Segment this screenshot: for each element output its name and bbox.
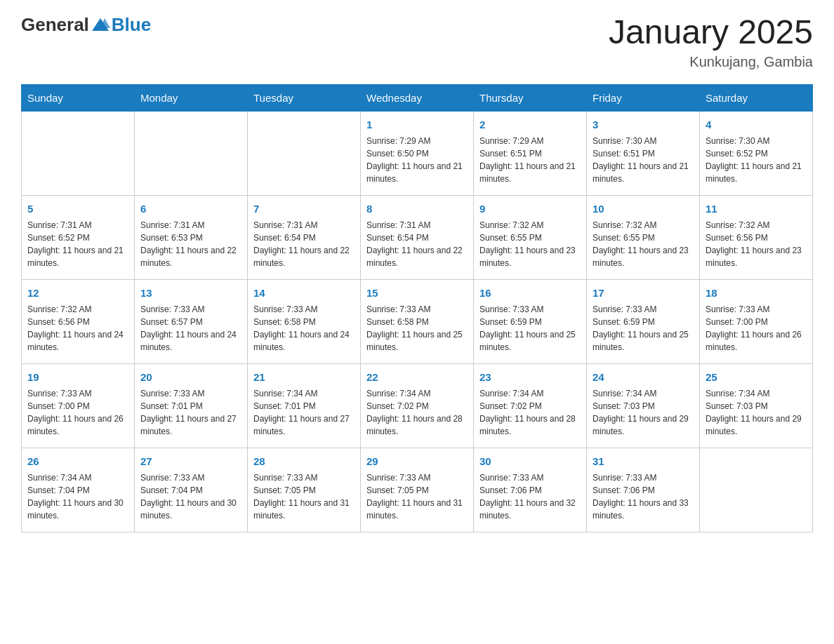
- day-number: 14: [253, 286, 355, 302]
- day-number: 29: [366, 454, 468, 470]
- day-number: 11: [706, 201, 807, 217]
- weekday-header-friday: Friday: [587, 84, 700, 111]
- calendar-cell: 24Sunrise: 7:34 AM Sunset: 7:03 PM Dayli…: [587, 363, 700, 448]
- calendar-cell: [135, 111, 248, 195]
- day-number: 6: [140, 201, 241, 217]
- day-number: 5: [27, 201, 128, 217]
- day-number: 17: [593, 286, 694, 302]
- calendar-cell: 3Sunrise: 7:30 AM Sunset: 6:51 PM Daylig…: [587, 111, 700, 195]
- day-info: Sunrise: 7:31 AM Sunset: 6:54 PM Dayligh…: [366, 219, 468, 269]
- calendar-cell: 11Sunrise: 7:32 AM Sunset: 6:56 PM Dayli…: [700, 195, 813, 279]
- calendar-cell: 31Sunrise: 7:33 AM Sunset: 7:06 PM Dayli…: [587, 448, 700, 532]
- day-info: Sunrise: 7:29 AM Sunset: 6:51 PM Dayligh…: [479, 135, 581, 185]
- day-info: Sunrise: 7:34 AM Sunset: 7:02 PM Dayligh…: [366, 387, 468, 438]
- calendar-cell: 23Sunrise: 7:34 AM Sunset: 7:02 PM Dayli…: [474, 363, 587, 448]
- calendar-cell: 26Sunrise: 7:34 AM Sunset: 7:04 PM Dayli…: [22, 448, 135, 532]
- day-number: 7: [253, 201, 355, 217]
- day-number: 22: [366, 370, 468, 386]
- day-info: Sunrise: 7:33 AM Sunset: 6:59 PM Dayligh…: [593, 303, 694, 354]
- logo-blue-text: Blue: [112, 14, 151, 36]
- day-info: Sunrise: 7:30 AM Sunset: 6:51 PM Dayligh…: [593, 135, 694, 185]
- page-header: General Blue January 2025 Kunkujang, Gam…: [21, 14, 813, 70]
- calendar-week-row: 19Sunrise: 7:33 AM Sunset: 7:00 PM Dayli…: [22, 363, 813, 448]
- day-info: Sunrise: 7:34 AM Sunset: 7:04 PM Dayligh…: [27, 471, 128, 522]
- calendar-cell: 25Sunrise: 7:34 AM Sunset: 7:03 PM Dayli…: [700, 363, 813, 448]
- day-number: 13: [140, 286, 241, 302]
- calendar-cell: 20Sunrise: 7:33 AM Sunset: 7:01 PM Dayli…: [135, 363, 248, 448]
- calendar-cell: 27Sunrise: 7:33 AM Sunset: 7:04 PM Dayli…: [135, 448, 248, 532]
- calendar-week-row: 26Sunrise: 7:34 AM Sunset: 7:04 PM Dayli…: [22, 448, 813, 532]
- day-info: Sunrise: 7:33 AM Sunset: 7:00 PM Dayligh…: [27, 387, 128, 438]
- logo-general-text: General: [21, 14, 89, 36]
- weekday-header-saturday: Saturday: [700, 84, 813, 111]
- day-number: 15: [366, 286, 468, 302]
- calendar-cell: 10Sunrise: 7:32 AM Sunset: 6:55 PM Dayli…: [587, 195, 700, 279]
- calendar-cell: 1Sunrise: 7:29 AM Sunset: 6:50 PM Daylig…: [361, 111, 474, 195]
- day-number: 2: [479, 117, 581, 133]
- weekday-header-tuesday: Tuesday: [248, 84, 361, 111]
- day-info: Sunrise: 7:33 AM Sunset: 7:05 PM Dayligh…: [366, 471, 468, 522]
- calendar-cell: 15Sunrise: 7:33 AM Sunset: 6:58 PM Dayli…: [361, 279, 474, 363]
- location-title: Kunkujang, Gambia: [609, 54, 813, 70]
- calendar-cell: [700, 448, 813, 532]
- day-number: 26: [27, 454, 128, 470]
- calendar-cell: 9Sunrise: 7:32 AM Sunset: 6:55 PM Daylig…: [474, 195, 587, 279]
- day-info: Sunrise: 7:34 AM Sunset: 7:02 PM Dayligh…: [479, 387, 581, 438]
- logo-icon: [91, 15, 110, 35]
- day-info: Sunrise: 7:34 AM Sunset: 7:01 PM Dayligh…: [253, 387, 355, 438]
- day-number: 30: [479, 454, 581, 470]
- calendar-cell: 17Sunrise: 7:33 AM Sunset: 6:59 PM Dayli…: [587, 279, 700, 363]
- day-info: Sunrise: 7:33 AM Sunset: 7:06 PM Dayligh…: [593, 471, 694, 522]
- day-info: Sunrise: 7:33 AM Sunset: 7:04 PM Dayligh…: [140, 471, 241, 522]
- weekday-header-monday: Monday: [135, 84, 248, 111]
- month-year-title: January 2025: [609, 14, 813, 51]
- calendar-cell: 4Sunrise: 7:30 AM Sunset: 6:52 PM Daylig…: [700, 111, 813, 195]
- day-number: 24: [593, 370, 694, 386]
- calendar-cell: 16Sunrise: 7:33 AM Sunset: 6:59 PM Dayli…: [474, 279, 587, 363]
- day-number: 21: [253, 370, 355, 386]
- day-number: 1: [366, 117, 468, 133]
- day-number: 16: [479, 286, 581, 302]
- day-info: Sunrise: 7:31 AM Sunset: 6:52 PM Dayligh…: [27, 219, 128, 269]
- day-info: Sunrise: 7:30 AM Sunset: 6:52 PM Dayligh…: [706, 135, 807, 185]
- day-number: 20: [140, 370, 241, 386]
- calendar-cell: 12Sunrise: 7:32 AM Sunset: 6:56 PM Dayli…: [22, 279, 135, 363]
- calendar-cell: [248, 111, 361, 195]
- day-info: Sunrise: 7:29 AM Sunset: 6:50 PM Dayligh…: [366, 135, 468, 185]
- title-block: January 2025 Kunkujang, Gambia: [609, 14, 813, 70]
- calendar-week-row: 5Sunrise: 7:31 AM Sunset: 6:52 PM Daylig…: [22, 195, 813, 279]
- calendar-cell: 6Sunrise: 7:31 AM Sunset: 6:53 PM Daylig…: [135, 195, 248, 279]
- day-info: Sunrise: 7:32 AM Sunset: 6:56 PM Dayligh…: [706, 219, 807, 269]
- day-info: Sunrise: 7:32 AM Sunset: 6:55 PM Dayligh…: [593, 219, 694, 269]
- calendar-cell: 13Sunrise: 7:33 AM Sunset: 6:57 PM Dayli…: [135, 279, 248, 363]
- weekday-header-sunday: Sunday: [22, 84, 135, 111]
- day-number: 23: [479, 370, 581, 386]
- calendar-cell: [22, 111, 135, 195]
- calendar-cell: 2Sunrise: 7:29 AM Sunset: 6:51 PM Daylig…: [474, 111, 587, 195]
- day-number: 3: [593, 117, 694, 133]
- calendar-cell: 29Sunrise: 7:33 AM Sunset: 7:05 PM Dayli…: [361, 448, 474, 532]
- day-info: Sunrise: 7:34 AM Sunset: 7:03 PM Dayligh…: [706, 387, 807, 438]
- day-info: Sunrise: 7:33 AM Sunset: 7:01 PM Dayligh…: [140, 387, 241, 438]
- day-info: Sunrise: 7:32 AM Sunset: 6:55 PM Dayligh…: [479, 219, 581, 269]
- weekday-header-thursday: Thursday: [474, 84, 587, 111]
- day-info: Sunrise: 7:33 AM Sunset: 7:05 PM Dayligh…: [253, 471, 355, 522]
- day-number: 12: [27, 286, 128, 302]
- day-info: Sunrise: 7:33 AM Sunset: 6:59 PM Dayligh…: [479, 303, 581, 354]
- day-number: 18: [706, 286, 807, 302]
- day-number: 9: [479, 201, 581, 217]
- day-number: 27: [140, 454, 241, 470]
- calendar-cell: 7Sunrise: 7:31 AM Sunset: 6:54 PM Daylig…: [248, 195, 361, 279]
- day-number: 19: [27, 370, 128, 386]
- logo: General Blue: [21, 14, 151, 36]
- calendar-week-row: 12Sunrise: 7:32 AM Sunset: 6:56 PM Dayli…: [22, 279, 813, 363]
- calendar-cell: 18Sunrise: 7:33 AM Sunset: 7:00 PM Dayli…: [700, 279, 813, 363]
- day-info: Sunrise: 7:32 AM Sunset: 6:56 PM Dayligh…: [27, 303, 128, 354]
- day-number: 28: [253, 454, 355, 470]
- day-info: Sunrise: 7:33 AM Sunset: 7:00 PM Dayligh…: [706, 303, 807, 354]
- calendar-cell: 5Sunrise: 7:31 AM Sunset: 6:52 PM Daylig…: [22, 195, 135, 279]
- calendar-cell: 28Sunrise: 7:33 AM Sunset: 7:05 PM Dayli…: [248, 448, 361, 532]
- calendar-cell: 22Sunrise: 7:34 AM Sunset: 7:02 PM Dayli…: [361, 363, 474, 448]
- calendar-cell: 21Sunrise: 7:34 AM Sunset: 7:01 PM Dayli…: [248, 363, 361, 448]
- day-info: Sunrise: 7:33 AM Sunset: 6:57 PM Dayligh…: [140, 303, 241, 354]
